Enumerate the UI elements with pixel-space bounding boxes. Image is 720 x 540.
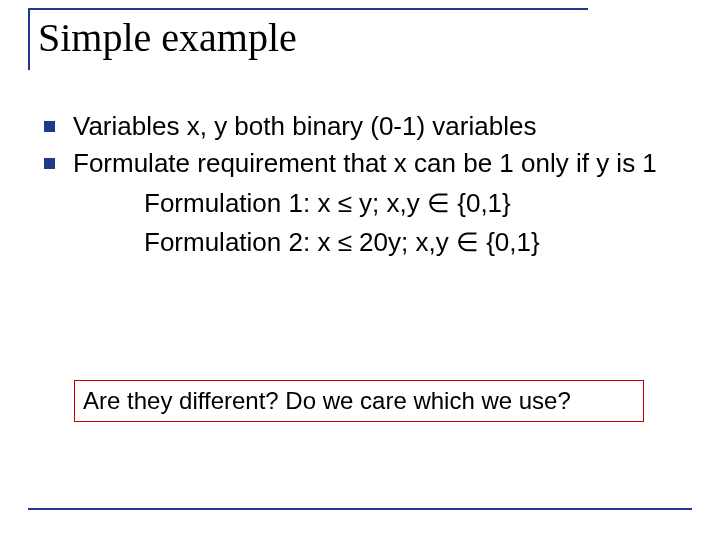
title-rule-top: [28, 8, 588, 10]
bottom-rule: [28, 508, 692, 510]
bullet-text: Variables x, y both binary (0-1) variabl…: [73, 110, 684, 143]
sub-line: Formulation 1: x ≤ y; x,y ∈ {0,1}: [144, 187, 684, 220]
callout-text: Are they different? Do we care which we …: [83, 387, 571, 414]
square-bullet-icon: [44, 158, 55, 169]
sub-line: Formulation 2: x ≤ 20y; x,y ∈ {0,1}: [144, 226, 684, 259]
slide-title: Simple example: [38, 14, 297, 61]
slide: Simple example Variables x, y both binar…: [0, 0, 720, 540]
slide-body: Variables x, y both binary (0-1) variabl…: [44, 110, 684, 259]
square-bullet-icon: [44, 121, 55, 132]
bullet-text: Formulate requirement that x can be 1 on…: [73, 147, 684, 180]
title-rule-left: [28, 8, 30, 70]
bullet-item: Formulate requirement that x can be 1 on…: [44, 147, 684, 180]
callout-box: Are they different? Do we care which we …: [74, 380, 644, 422]
bullet-item: Variables x, y both binary (0-1) variabl…: [44, 110, 684, 143]
